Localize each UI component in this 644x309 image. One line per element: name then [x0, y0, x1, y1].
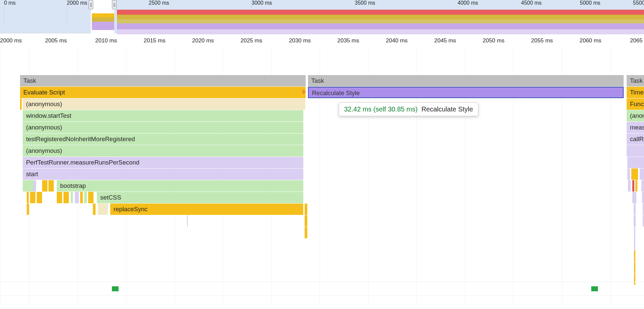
- timeline-marker[interactable]: [591, 286, 598, 291]
- flame-sliver[interactable]: [634, 262, 635, 273]
- flame-sliver[interactable]: [643, 204, 644, 215]
- ruler-tick: 2030 ms: [289, 37, 311, 44]
- flame-sliver[interactable]: [93, 204, 96, 215]
- ruler-tick: 2060 ms: [580, 37, 601, 44]
- flame-anonymous[interactable]: (anonymous): [23, 98, 305, 110]
- flame-evaluate-script[interactable]: Evaluate Script: [20, 87, 306, 98]
- ruler-tick: 2045 ms: [434, 37, 456, 44]
- flame-anonymous[interactable]: (anonymous): [23, 122, 303, 133]
- flame-sliver[interactable]: [98, 204, 108, 215]
- ruler-tick: 2065 ms: [630, 37, 644, 44]
- flame-sliver[interactable]: [641, 180, 644, 192]
- ruler-tick: 2025 ms: [240, 37, 262, 44]
- flame-sliver[interactable]: [33, 180, 36, 192]
- overview-stripe-scripting: [117, 15, 644, 19]
- ruler-tick: 2040 ms: [386, 37, 408, 44]
- flame-sliver[interactable]: [37, 192, 42, 203]
- tooltip-name: Recalculate Style: [422, 105, 473, 113]
- flame-sliver[interactable]: [23, 180, 33, 192]
- flame-function[interactable]: Functic: [627, 98, 644, 110]
- flame-sliver[interactable]: [75, 192, 79, 203]
- ruler-tick: 2000 ms: [0, 37, 22, 44]
- flame-sliver[interactable]: [634, 215, 636, 227]
- flame-sliver[interactable]: [628, 180, 631, 192]
- overview-viewport-window[interactable]: || ||: [91, 0, 114, 33]
- overview-tick: 4500 ms: [521, 0, 541, 6]
- flame-sliver[interactable]: [305, 204, 307, 215]
- flame-timer[interactable]: Timer F: [627, 87, 644, 98]
- flame-bootstrap[interactable]: bootstrap: [57, 180, 303, 192]
- flame-start[interactable]: start: [23, 169, 303, 180]
- flame-sliver[interactable]: [57, 192, 62, 203]
- track-divider: [0, 282, 644, 282]
- overview-minimap[interactable]: 0 ms 2000 ms 2500 ms 3000 ms 3500 ms 400…: [0, 0, 644, 33]
- flame-sliver[interactable]: [27, 192, 29, 203]
- flame-callrun[interactable]: callRu: [627, 133, 644, 145]
- flame-sliver[interactable]: [88, 192, 94, 203]
- flame-sliver[interactable]: [634, 250, 635, 262]
- selection-arrow-icon: [303, 89, 306, 94]
- flame-setcss[interactable]: setCSS: [97, 192, 303, 203]
- flame-sliver[interactable]: [634, 239, 635, 250]
- flame-task[interactable]: Task: [20, 75, 306, 86]
- flame-test-registered[interactable]: testRegisteredNoInheritMoreRegistered: [23, 133, 303, 145]
- flame-sliver[interactable]: [42, 180, 47, 192]
- overview-tick: 3500 ms: [355, 0, 375, 6]
- flame-sliver[interactable]: [20, 98, 22, 110]
- flame-replacesync[interactable]: replaceSync: [110, 204, 303, 215]
- flame-sliver[interactable]: [187, 215, 188, 227]
- ruler-tick: 2050 ms: [483, 37, 504, 44]
- flame-sliver[interactable]: [634, 274, 635, 285]
- viewport-handle-left[interactable]: ||: [89, 0, 93, 9]
- overview-stripe-rendering: [117, 23, 644, 29]
- ruler-tick: 2010 ms: [95, 37, 117, 44]
- flame-anonymous[interactable]: (anony: [627, 110, 644, 121]
- overview-window-activity: [92, 13, 114, 30]
- ruler-tick: 2035 ms: [337, 37, 359, 44]
- flame-sliver[interactable]: [84, 192, 87, 203]
- flame-sliver[interactable]: [643, 215, 644, 227]
- flame-measure[interactable]: measu: [627, 122, 644, 133]
- flame-sliver[interactable]: [627, 157, 644, 168]
- flame-sliver[interactable]: [642, 192, 644, 203]
- overview-stripe-rendering-light: [117, 29, 644, 34]
- flame-sliver[interactable]: [63, 192, 69, 203]
- flame-sliver[interactable]: [635, 180, 637, 192]
- flame-sliver[interactable]: [71, 192, 73, 203]
- viewport-handle-right[interactable]: ||: [112, 0, 117, 9]
- flame-sliver[interactable]: [640, 169, 644, 180]
- flame-sliver[interactable]: [632, 192, 636, 203]
- flame-sliver[interactable]: [627, 169, 630, 180]
- flame-starttest[interactable]: window.startTest: [23, 110, 303, 121]
- ruler-tick: 2055 ms: [531, 37, 553, 44]
- flame-tooltip: 32.42 ms (self 30.85 ms) Recalculate Sty…: [339, 102, 478, 116]
- ruler-tick: 2020 ms: [192, 37, 214, 44]
- flame-sliver[interactable]: [305, 227, 307, 238]
- ruler-tick: 2015 ms: [144, 37, 165, 44]
- flame-task[interactable]: Task: [627, 75, 644, 86]
- overview-tick: 2000 ms: [67, 0, 87, 6]
- flame-sliver[interactable]: [305, 215, 307, 227]
- timeline-marker[interactable]: [112, 286, 119, 291]
- flame-sliver[interactable]: [634, 227, 635, 238]
- flame-sliver[interactable]: [27, 204, 29, 215]
- overview-tick: 4000 ms: [458, 0, 478, 6]
- flame-sliver[interactable]: [632, 180, 634, 192]
- timeline-ruler: 2000 ms 2005 ms 2010 ms 2015 ms 2020 ms …: [0, 37, 644, 46]
- overview-tick: 0 ms: [4, 0, 16, 6]
- flame-sliver[interactable]: [627, 145, 644, 157]
- flame-anonymous[interactable]: (anonymous): [23, 145, 303, 157]
- overview-activity-stripes: [117, 10, 644, 25]
- flame-sliver[interactable]: [48, 180, 54, 192]
- tooltip-time: 32.42 ms (self 30.85 ms): [344, 105, 418, 113]
- flame-sliver[interactable]: [631, 169, 638, 180]
- flame-sliver[interactable]: [634, 204, 636, 215]
- flame-recalculate-style-selected[interactable]: Recalculate Style: [308, 87, 624, 98]
- flame-sliver[interactable]: [30, 192, 35, 203]
- flame-perftestrunner[interactable]: PerfTestRunner.measureRunsPerSecond: [23, 157, 303, 168]
- flame-sliver[interactable]: [80, 192, 83, 203]
- overview-tick: 5500 ms: [633, 0, 644, 6]
- flame-task[interactable]: Task: [308, 75, 624, 86]
- overview-stripe-scripting: [117, 19, 644, 23]
- overview-tick: 2500 ms: [149, 0, 169, 6]
